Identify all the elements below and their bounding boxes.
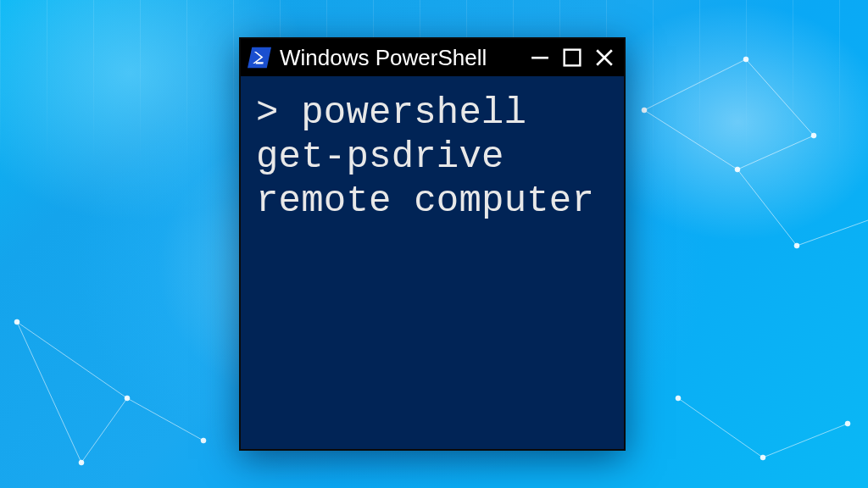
svg-line-10 <box>644 110 737 169</box>
svg-point-5 <box>125 396 130 401</box>
svg-line-9 <box>746 59 814 136</box>
svg-line-13 <box>797 220 868 246</box>
svg-point-7 <box>201 438 206 443</box>
svg-point-14 <box>642 108 647 113</box>
svg-point-6 <box>79 460 84 465</box>
svg-line-0 <box>17 322 127 398</box>
svg-line-1 <box>81 398 127 463</box>
window-titlebar[interactable]: Windows PowerShell <box>241 39 624 76</box>
svg-point-17 <box>735 167 740 172</box>
svg-line-12 <box>737 169 797 246</box>
svg-rect-24 <box>256 62 264 64</box>
svg-line-3 <box>17 322 81 463</box>
svg-line-19 <box>678 398 763 458</box>
svg-line-2 <box>127 398 203 441</box>
close-icon <box>595 48 614 67</box>
svg-line-20 <box>763 424 848 458</box>
maximize-icon <box>563 48 581 67</box>
svg-point-21 <box>676 396 681 401</box>
svg-line-8 <box>644 59 746 110</box>
powershell-window[interactable]: Windows PowerShell <box>239 37 626 451</box>
desktop-background: Windows PowerShell <box>0 0 868 488</box>
svg-point-18 <box>794 243 799 248</box>
close-button[interactable] <box>592 45 617 70</box>
terminal-area[interactable]: > powershell get-psdrive remote computer <box>241 76 624 449</box>
svg-line-11 <box>737 136 814 169</box>
minimize-icon <box>531 48 549 67</box>
maximize-button[interactable] <box>559 45 585 70</box>
window-controls <box>527 45 617 70</box>
svg-point-22 <box>760 455 765 460</box>
window-title: Windows PowerShell <box>280 45 519 71</box>
svg-rect-26 <box>565 50 581 66</box>
svg-point-23 <box>845 421 850 426</box>
prompt-line: > powershell get-psdrive remote computer <box>256 92 594 222</box>
powershell-icon <box>248 47 271 69</box>
svg-rect-25 <box>531 57 548 59</box>
svg-point-16 <box>811 133 816 138</box>
minimize-button[interactable] <box>527 45 553 70</box>
svg-point-4 <box>14 319 19 324</box>
svg-point-15 <box>743 57 748 62</box>
